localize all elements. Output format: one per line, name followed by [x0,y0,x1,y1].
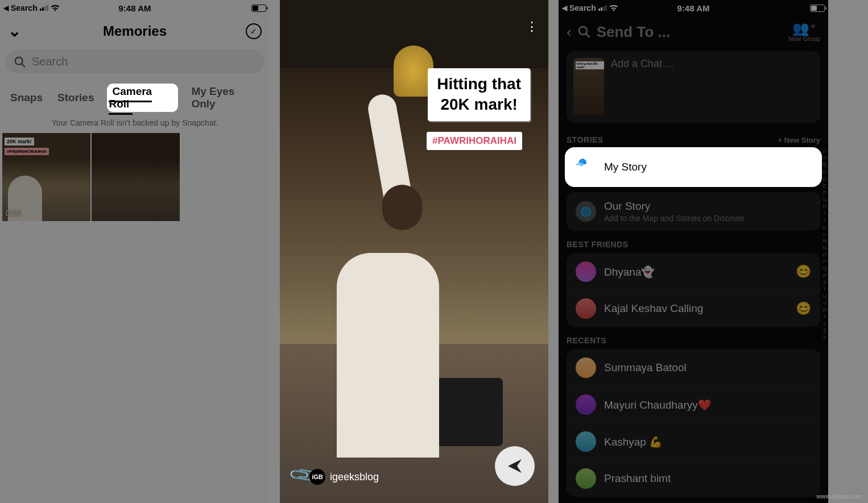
search-icon [14,56,26,68]
stories-section-header: STORIES + New Story [559,126,828,149]
new-story-button[interactable]: + New Story [778,136,820,144]
back-app-label[interactable]: Search [569,3,596,13]
search-placeholder: Search [32,55,68,68]
status-bar: ◀ Search 9:48 AM [0,0,270,16]
thumb-hashtag: #PAWRIHORAIHAI [5,148,49,155]
battery-icon [810,5,825,12]
clock: 9:48 AM [677,3,710,13]
bitmoji-avatar [576,394,596,415]
more-icon[interactable]: ⋮ [526,19,538,34]
battery-icon [251,5,266,12]
memories-screen: ◀ Search 9:48 AM ⌄ Memories ✓ Search Sna… [0,0,270,503]
search-input[interactable]: Search [6,49,264,74]
wifi-icon [609,5,618,11]
new-group-button[interactable]: 👥⁺ New Group [788,22,820,42]
recent-row[interactable]: Mayuri Chaudharyy❤️ [567,386,820,423]
brand-name: igeeksblog [330,471,379,483]
snap-caption[interactable]: Hitting that20K mark! [428,68,530,121]
bitmoji-avatar [576,261,596,282]
recent-row[interactable]: Kashyap 💪 [567,423,820,460]
recents-section-header: RECENTS [559,327,828,350]
media-thumbnail[interactable]: 20K mark! #PAWRIHORAIHAI 0:06 [2,133,90,221]
brand-badge: iGB [309,469,325,485]
bitmoji-avatar [576,298,596,319]
backup-note: Your Camera Roll isn't backed up by Snap… [0,115,270,133]
alphabet-index[interactable]: ☆ABCDEFGHIJKLMNOPQRSTUVWXYZ# [822,148,828,341]
send-to-title: Send To ... [597,23,671,41]
back-icon[interactable]: ‹ [567,23,572,41]
memories-tabs: Snaps Stories Camera Roll My Eyes Only [0,77,270,115]
select-button[interactable]: ✓ [246,23,262,39]
bitmoji-avatar [576,431,596,452]
new-group-icon: 👥⁺ [788,22,820,35]
snap-preview-thumb: Hitting that 20K mark! [573,58,604,115]
snap-hashtag[interactable]: #PAWRIHORAIHAI [427,132,522,150]
video-duration: 0:06 [6,209,21,218]
snap-preview-screen: ⋮ Hitting that20K mark! #PAWRIHORAIHAI 📎… [280,0,548,503]
search-icon[interactable] [577,25,591,39]
thumb-caption: 20K mark! [5,138,34,146]
wifi-icon [51,5,60,11]
recent-row[interactable]: Prashant bimt [567,460,820,497]
cellular-icon [40,5,48,11]
tab-camera-roll[interactable]: Camera Roll [109,78,152,115]
friend-row[interactable]: Kajal Keshav Calling 😊 [567,290,820,327]
camera-roll-grid: 20K mark! #PAWRIHORAIHAI 0:06 [0,133,270,221]
send-to-header: ‹ Send To ... 👥⁺ New Group [559,16,828,48]
page-title: Memories [103,23,167,39]
attribution-label: iGB igeeksblog [309,469,379,485]
clock: 9:48 AM [119,3,151,13]
our-story-row[interactable]: 🌐 Our Story Add to the Map and Stories o… [567,192,820,231]
svg-line-3 [586,34,589,37]
chat-placeholder: Add a Chat ... [611,58,673,116]
send-button[interactable] [495,446,535,486]
recent-row[interactable]: Summaya Batool [567,350,820,386]
add-chat-input[interactable]: Hitting that 20K mark! Add a Chat ... [567,51,820,123]
status-bar: ◀ Search 9:48 AM [559,0,828,16]
globe-icon: 🌐 [576,201,596,222]
back-to-app-icon[interactable]: ◀ [3,4,9,12]
media-thumbnail[interactable] [92,133,180,221]
chevron-down-icon[interactable]: ⌄ [8,22,21,40]
bff-emoji-icon: 😊 [796,301,811,316]
svg-line-1 [22,63,25,66]
friend-row[interactable]: Dhyana👻 😊 [567,253,820,290]
my-story-row[interactable]: 🧢 My Story [567,149,820,185]
tab-stories[interactable]: Stories [57,92,94,104]
tab-my-eyes-only[interactable]: My Eyes Only [191,85,259,110]
best-friends-section-header: BEST FRIENDS [559,231,828,253]
send-to-screen: ◀ Search 9:48 AM ‹ Send To ... 👥⁺ New Gr… [559,0,828,503]
memories-header: ⌄ Memories ✓ [0,16,270,46]
watermark: www.deuaq.com [816,493,862,500]
bitmoji-avatar: 🧢 [576,157,596,177]
back-app-label[interactable]: Search [11,3,38,13]
bitmoji-avatar [576,357,596,378]
send-arrow-icon [506,457,524,475]
tab-snaps[interactable]: Snaps [10,92,43,104]
bff-emoji-icon: 😊 [796,264,811,279]
back-to-app-icon[interactable]: ◀ [562,4,567,12]
bitmoji-avatar [576,468,596,489]
cellular-icon [598,5,607,11]
